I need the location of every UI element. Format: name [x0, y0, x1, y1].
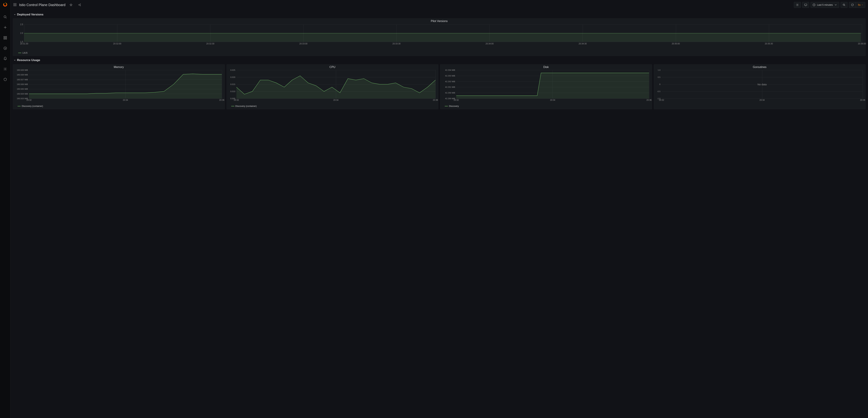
panel-disk[interactable]: Disk 20:3220:3420:3642.289 MiB42.290 MiB… — [440, 64, 652, 109]
panel-title: CPU — [227, 65, 438, 69]
legend-swatch — [18, 53, 21, 53]
legend-swatch — [18, 106, 21, 106]
svg-rect-7 — [5, 38, 6, 39]
svg-marker-15 — [70, 4, 72, 6]
panel-title: Memory — [13, 65, 225, 69]
search-icon[interactable] — [2, 13, 9, 21]
configuration-icon[interactable] — [2, 66, 9, 72]
chevron-down-icon — [861, 4, 863, 6]
svg-rect-14 — [15, 5, 16, 6]
panel-memory[interactable]: Memory 20:3220:3420:36180.503 MiB180.504… — [13, 64, 225, 109]
svg-rect-6 — [4, 38, 5, 39]
refresh-rate-picker[interactable]: 5s — [856, 2, 865, 8]
chevron-down-icon — [13, 59, 16, 61]
legend-swatch — [231, 106, 235, 106]
svg-point-10 — [5, 69, 6, 70]
panel-pilot-versions[interactable]: Pilot Versions 1.52.02.5 20:31:3020:32:0… — [13, 19, 866, 56]
tv-mode-button[interactable] — [802, 2, 809, 8]
no-data-label: No data — [661, 70, 863, 99]
svg-line-20 — [79, 5, 80, 5]
row-label: Resource Usage — [17, 59, 40, 62]
server-admin-icon[interactable] — [2, 76, 9, 83]
svg-line-26 — [844, 5, 845, 6]
row-resource-usage[interactable]: Resource Usage — [13, 56, 866, 63]
legend-label[interactable]: Discovery (container) — [22, 105, 43, 107]
legend-label[interactable]: Discovery — [449, 105, 459, 107]
dashboard-settings-button[interactable] — [794, 2, 801, 8]
pilot-chart: 1.52.02.5 20:31:3020:32:0020:32:3020:33:… — [13, 23, 865, 51]
svg-rect-12 — [15, 3, 16, 4]
time-range-button[interactable]: Last 5 minutes — [810, 2, 839, 8]
alerting-icon[interactable] — [2, 55, 9, 62]
panel-title: Pilot Versions — [13, 19, 865, 23]
dashboard-content: Deployed Versions Pilot Versions 1.52.02… — [10, 10, 868, 418]
star-icon[interactable] — [68, 2, 74, 8]
svg-rect-13 — [14, 5, 15, 6]
row-label: Deployed Versions — [17, 13, 43, 16]
svg-line-19 — [79, 4, 80, 5]
svg-rect-11 — [14, 3, 15, 4]
dashboards-grid-icon[interactable] — [13, 3, 17, 7]
dashboards-icon[interactable] — [2, 34, 9, 41]
svg-rect-5 — [5, 36, 6, 37]
topbar: Istio Control Plane Dashboard Last 5 min… — [10, 0, 868, 10]
time-range-label: Last 5 minutes — [817, 3, 833, 6]
chevron-down-icon — [834, 3, 837, 6]
share-icon[interactable] — [76, 2, 83, 8]
panel-cpu[interactable]: CPU 20:3220:3420:360.0050.0100.0150.0200… — [226, 64, 438, 109]
dashboard-title[interactable]: Istio Control Plane Dashboard — [19, 3, 65, 7]
refresh-group: 5s — [849, 2, 865, 8]
svg-line-1 — [5, 18, 6, 18]
svg-point-21 — [797, 4, 798, 5]
refresh-button[interactable] — [849, 2, 856, 8]
legend-label[interactable]: 1.6.5 — [22, 51, 27, 54]
svg-point-0 — [4, 16, 6, 18]
panel-title: Goroutines — [654, 65, 866, 69]
panel-title: Disk — [440, 65, 652, 69]
grafana-logo-icon[interactable] — [2, 2, 8, 8]
chevron-down-icon — [13, 13, 16, 16]
refresh-rate-label: 5s — [858, 3, 861, 6]
svg-rect-4 — [4, 36, 5, 37]
panel-goroutines[interactable]: Goroutines No data20:3220:3420:36-1.0-0.… — [654, 64, 866, 109]
clock-icon — [812, 3, 815, 6]
explore-icon[interactable] — [2, 45, 9, 52]
svg-rect-22 — [804, 4, 807, 5]
left-sidebar — [0, 0, 10, 418]
create-icon[interactable] — [2, 24, 9, 31]
legend-label[interactable]: Discovery (container) — [236, 105, 257, 107]
svg-marker-9 — [4, 47, 6, 49]
row-deployed-versions[interactable]: Deployed Versions — [13, 10, 866, 18]
zoom-out-button[interactable] — [841, 2, 847, 8]
legend-swatch — [445, 106, 448, 106]
